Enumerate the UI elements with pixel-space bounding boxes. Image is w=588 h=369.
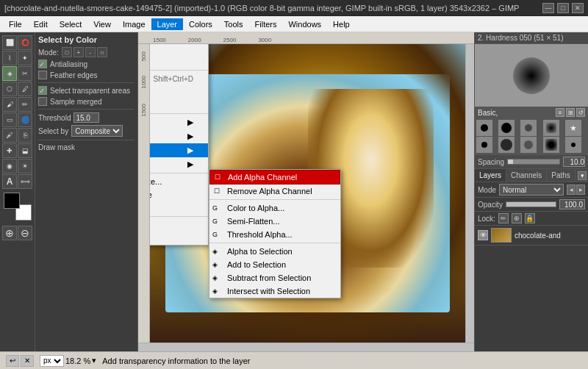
minimize-button[interactable]: — [542, 3, 554, 13]
tool-measure[interactable]: ⟺ [18, 174, 32, 189]
menu-item-crop-to-selection[interactable]: Crop to Selection [150, 218, 208, 232]
tool-airbrush[interactable]: 🌀 [18, 112, 32, 127]
lock-position-icon[interactable]: ⊕ [512, 213, 522, 223]
select-by-dropdown[interactable]: Composite [71, 125, 123, 137]
tool-select-by-color[interactable]: ◈ [2, 66, 17, 81]
canvas-area[interactable]: New Layer... Shift+Ctrl+N New from Visib… [150, 44, 465, 343]
layer-mode-next-icon[interactable]: ▸ [576, 184, 585, 195]
tool-heal[interactable]: ✚ [2, 143, 17, 158]
tool-eraser[interactable]: ▭ [2, 112, 17, 127]
tab-channels[interactable]: Channels [506, 169, 547, 182]
brush-cell-10[interactable] [565, 137, 581, 153]
sample-checkbox[interactable] [38, 97, 47, 106]
brush-grid-view-icon[interactable]: ⊞ [566, 108, 575, 117]
tool-foreground-select[interactable]: ⬡ [2, 82, 17, 96]
opacity-input[interactable] [559, 199, 585, 209]
menu-item-duplicate-layer[interactable]: Duplicate Layer Shift+Ctrl+D [150, 72, 208, 85]
brush-list-view-icon[interactable]: ≡ [556, 108, 564, 117]
submenu-subtract-from-selection[interactable]: ◈ Subtract from Selection [209, 271, 340, 284]
tool-dodge[interactable]: ☀ [18, 159, 32, 173]
menu-item-layer-boundary-size[interactable]: Layer Boundary Size... [150, 175, 208, 188]
tool-text[interactable]: A [2, 174, 17, 189]
spacing-input[interactable] [563, 157, 585, 167]
feather-checkbox[interactable] [38, 71, 47, 79]
brush-cell-1[interactable] [476, 120, 492, 136]
menu-item-delete-layer[interactable]: Delete Layer [150, 98, 208, 112]
brush-cell-4[interactable] [543, 120, 559, 136]
zoom-out-button[interactable]: ⊖ [18, 226, 32, 240]
tool-blur[interactable]: ◉ [2, 159, 17, 173]
mode-btn-3[interactable]: - [85, 47, 96, 57]
redo-button[interactable]: ✕ [21, 355, 34, 367]
menu-filters[interactable]: Filters [249, 18, 283, 30]
submenu-add-alpha-channel[interactable]: ☐ Add Alpha Channel [209, 170, 340, 184]
submenu-alpha-to-selection[interactable]: ◈ Alpha to Selection [209, 245, 340, 258]
layer-mode-prev-icon[interactable]: ◂ [567, 184, 576, 195]
tool-pencil[interactable]: ✏ [18, 97, 32, 112]
brush-cell-2[interactable] [498, 120, 514, 136]
menu-tools[interactable]: Tools [218, 18, 249, 30]
brush-cell-6[interactable] [476, 137, 492, 153]
menu-item-new-from-visible[interactable]: New from Visible [150, 44, 208, 55]
threshold-input[interactable] [74, 112, 99, 123]
tab-paths[interactable]: Paths [547, 169, 576, 182]
submenu-add-to-selection[interactable]: ◈ Add to Selection [209, 258, 340, 271]
tool-perspective-clone[interactable]: ⬓ [18, 143, 32, 158]
menu-item-new-layer-group[interactable]: New Layer Group [150, 55, 208, 68]
tool-fuzzy-select[interactable]: ✦ [18, 51, 32, 65]
layer-visibility-eye[interactable]: 👁 [478, 230, 488, 240]
brush-refresh-icon[interactable]: ↺ [576, 108, 585, 117]
zoom-in-button[interactable]: ⊕ [2, 226, 17, 240]
brush-cell-5[interactable]: ★ [565, 120, 581, 136]
brush-cell-7[interactable] [498, 137, 514, 153]
menu-colors[interactable]: Colors [183, 18, 218, 30]
tool-clone[interactable]: ⎘ [18, 128, 32, 143]
menu-item-mask[interactable]: Mask ▶ [150, 129, 208, 143]
menu-item-crop-to-content[interactable]: Crop to Content [150, 232, 208, 245]
menu-layer[interactable]: Layer [151, 18, 184, 30]
antialiasing-checkbox[interactable]: ✓ [38, 60, 47, 68]
foreground-color[interactable] [4, 193, 20, 209]
unit-select[interactable]: px [40, 355, 64, 367]
spacing-slider[interactable] [507, 159, 560, 165]
brush-cell-8[interactable] [520, 137, 537, 153]
horizontal-scrollbar[interactable] [138, 343, 474, 351]
tool-rect-select[interactable]: ⬜ [2, 35, 17, 50]
layer-item[interactable]: 👁 chocolate-and [475, 226, 588, 246]
tool-paths[interactable]: 🖊 [18, 82, 32, 96]
layer-mode-dropdown[interactable]: Normal [499, 184, 564, 196]
menu-edit[interactable]: Edit [28, 18, 54, 30]
brush-cell-3[interactable] [520, 120, 537, 136]
maximize-button[interactable]: □ [557, 3, 569, 13]
undo-button[interactable]: ↩ [6, 355, 19, 367]
layers-panel-config-icon[interactable]: ▾ [578, 171, 587, 180]
menu-item-scale-layer[interactable]: Scale Layer... [150, 201, 208, 215]
tool-paintbrush[interactable]: 🖌 [2, 97, 17, 112]
opacity-slider[interactable] [506, 201, 556, 207]
menu-help[interactable]: Help [327, 18, 356, 30]
tool-scissors-select[interactable]: ✂ [18, 66, 32, 81]
tool-ellipse-select[interactable]: ⭕ [18, 35, 32, 50]
tab-layers[interactable]: Layers [475, 169, 506, 182]
submenu-color-to-alpha[interactable]: G Color to Alpha... [209, 201, 340, 215]
menu-file[interactable]: File [3, 18, 28, 30]
tool-ink[interactable]: 🖋 [2, 128, 17, 143]
tool-free-select[interactable]: ⌇ [2, 51, 17, 65]
submenu-intersect-with-selection[interactable]: ◈ Intersect with Selection [209, 284, 340, 298]
submenu-semi-flatten[interactable]: G Semi-Flatten... [209, 215, 340, 228]
menu-view[interactable]: View [87, 18, 117, 30]
vertical-scrollbar[interactable] [465, 44, 474, 343]
mode-btn-1[interactable]: □ [62, 47, 72, 57]
menu-item-transparency[interactable]: Transparency ▶ [150, 143, 208, 157]
menu-item-transform[interactable]: Transform ▶ [150, 157, 208, 171]
transparent-checkbox[interactable]: ✓ [38, 86, 47, 95]
menu-item-stack[interactable]: Stack ▶ [150, 115, 208, 129]
menu-windows[interactable]: Windows [282, 18, 327, 30]
close-button[interactable]: ✕ [572, 3, 584, 13]
brush-cell-9[interactable] [543, 137, 559, 153]
lock-pixels-icon[interactable]: ✏ [498, 213, 509, 223]
mode-btn-2[interactable]: + [74, 47, 84, 57]
menu-image[interactable]: Image [117, 18, 151, 30]
lock-all-icon[interactable]: 🔒 [525, 213, 535, 223]
submenu-remove-alpha-channel[interactable]: ☐ Remove Alpha Channel [209, 184, 340, 198]
